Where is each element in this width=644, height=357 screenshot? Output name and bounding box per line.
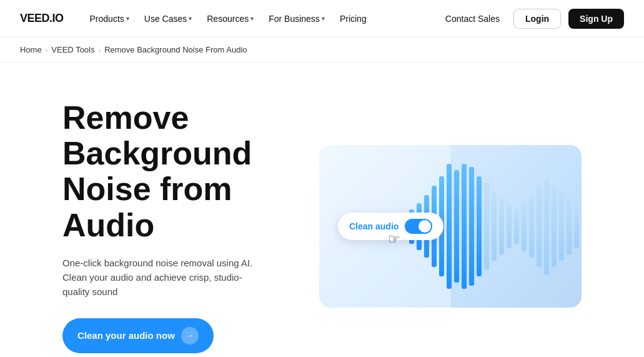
waveform-bar: [552, 186, 557, 267]
waveform-bar: [514, 209, 519, 244]
nav-item-usecases[interactable]: Use Cases ▾: [138, 10, 198, 28]
arrow-icon: →: [181, 327, 199, 344]
nav-item-resources[interactable]: Resources ▾: [201, 10, 260, 28]
chevron-down-icon: ▾: [322, 15, 325, 22]
waveform-bar: [499, 198, 504, 254]
waveform-bar: [574, 204, 579, 248]
waveform-bar: [559, 192, 564, 261]
hero-section: Remove Background Noise from Audio One-c…: [0, 63, 644, 357]
cta-button[interactable]: Clean your audio now →: [62, 318, 214, 353]
waveform-bar: [454, 170, 459, 283]
brand-logo[interactable]: VEED.IO: [20, 12, 64, 25]
navbar-actions: Contact Sales Login Sign Up: [439, 9, 624, 29]
hero-description: One-click background noise removal using…: [62, 256, 256, 299]
hero-content: Remove Background Noise from Audio One-c…: [62, 100, 300, 353]
nav-item-forbusiness[interactable]: For Business ▾: [262, 10, 331, 28]
toggle-thumb: [419, 220, 431, 233]
breadcrumb-separator: ›: [46, 46, 48, 54]
waveform-bar: [492, 192, 497, 261]
waveform-bar: [447, 164, 452, 289]
waveform-bar: [537, 186, 542, 267]
cursor-icon: ☞: [388, 231, 400, 248]
illustration-container: Clean audio ☞: [319, 145, 582, 308]
nav-item-pricing[interactable]: Pricing: [334, 10, 373, 28]
toggle-switch[interactable]: [405, 219, 432, 234]
pill-label: Clean audio: [349, 221, 399, 231]
waveform-bar: [507, 204, 512, 248]
breadcrumb-current: Remove Background Noise From Audio: [104, 45, 247, 54]
chevron-down-icon: ▾: [250, 15, 254, 22]
cta-label: Clean your audio now: [77, 330, 175, 341]
navbar: VEED.IO Products ▾ Use Cases ▾ Resources…: [0, 0, 644, 38]
breadcrumb: Home › VEED Tools › Remove Background No…: [0, 38, 644, 63]
nav-label-resources: Resources: [207, 14, 249, 24]
login-button[interactable]: Login: [513, 9, 561, 29]
nav-item-products[interactable]: Products ▾: [84, 10, 136, 28]
breadcrumb-tools[interactable]: VEED Tools: [51, 45, 94, 54]
hero-title: Remove Background Noise from Audio: [62, 100, 300, 243]
chevron-down-icon: ▾: [189, 15, 192, 22]
waveform-bar: [522, 201, 527, 251]
contact-sales-button[interactable]: Contact Sales: [439, 10, 506, 28]
waveform-bar: [462, 164, 467, 289]
nav-links: Products ▾ Use Cases ▾ Resources ▾ For B…: [84, 10, 439, 28]
waveform-bar: [529, 195, 534, 258]
waveform-bar: [484, 183, 489, 270]
breadcrumb-home[interactable]: Home: [20, 45, 42, 54]
waveform-bar: [477, 176, 482, 276]
waveform-bar: [544, 178, 549, 275]
signup-button[interactable]: Sign Up: [568, 9, 624, 29]
nav-label-pricing: Pricing: [340, 14, 367, 24]
chevron-down-icon: ▾: [126, 15, 129, 22]
waveform-bar: [567, 198, 572, 254]
breadcrumb-separator: ›: [99, 46, 101, 54]
hero-illustration: Clean audio ☞: [319, 145, 582, 308]
nav-label-forbusiness: For Business: [269, 14, 320, 24]
waveform-bar: [469, 167, 474, 286]
nav-label-products: Products: [90, 14, 124, 24]
nav-label-usecases: Use Cases: [144, 14, 187, 24]
